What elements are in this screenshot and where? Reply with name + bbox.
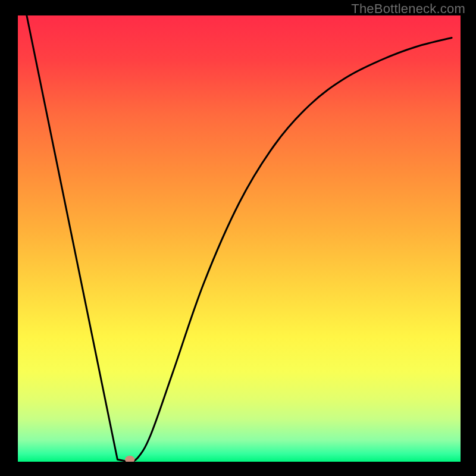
bottleneck-curve-chart (18, 15, 461, 462)
watermark-text: TheBottleneck.com (351, 1, 465, 17)
chart-frame: TheBottleneck.com (0, 0, 476, 476)
gradient-background (18, 15, 461, 462)
